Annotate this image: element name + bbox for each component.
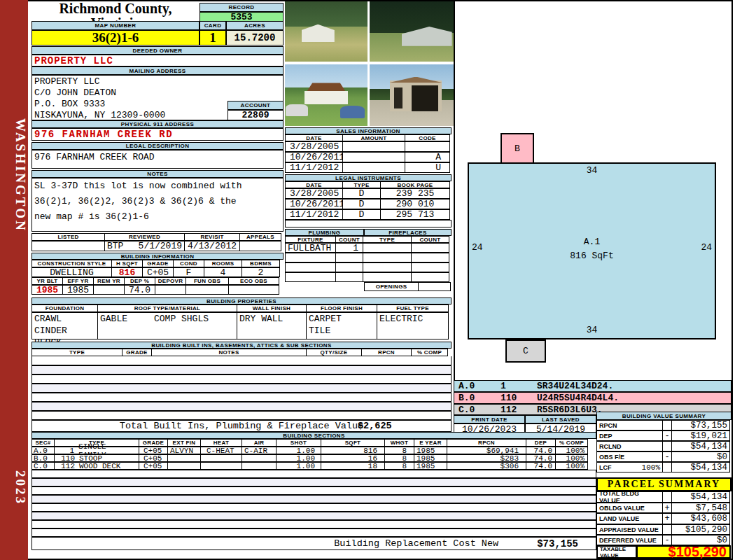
bs-rpcn: $69,941	[447, 447, 526, 454]
bs-air	[241, 462, 276, 470]
ps-op: +	[662, 503, 672, 513]
notes-line: new map # is 36(2)1-6	[34, 209, 283, 225]
built-ins-empty-row	[31, 365, 451, 374]
bvs-op	[662, 441, 672, 451]
sales-code: A	[405, 152, 450, 162]
funobs-header: FUN OBS	[186, 277, 229, 285]
bs-empty-row	[31, 520, 596, 528]
acres-value: 15.7200	[226, 30, 284, 46]
sales-row: 11/1/2012 U	[285, 162, 451, 173]
plumbing-header: PLUMBING	[285, 229, 364, 236]
sketch-c-label: C	[523, 346, 528, 356]
floor-finish-value: CARPET TILE	[306, 312, 377, 340]
fixture-count-value: 1	[335, 243, 363, 253]
appeals-header: APPEALS	[239, 233, 281, 241]
bs-extfin	[167, 454, 201, 462]
sales-date: 11/1/2012	[285, 162, 343, 173]
legal-instrument-row: 11/1/2012 D 295 713	[285, 209, 451, 220]
sales-code	[405, 141, 450, 152]
plumbing-row: FULLBATH 1	[285, 243, 451, 253]
bs-grade: C+05	[139, 454, 168, 462]
parcel-summary-title: PARCEL SUMMARY	[596, 477, 732, 491]
sales-row: 10/26/2011 A	[285, 152, 451, 162]
legend-sec: C.0	[454, 405, 500, 415]
bs-grade: C+05	[139, 447, 168, 454]
fireplace-type-header: TYPE	[363, 236, 412, 243]
built-ins-total-row: Total Built Ins, Plumbing & Fireplace Va…	[31, 420, 451, 432]
legend-code: 112	[500, 405, 537, 415]
legend-trace: R5SR6D3L6U3.	[537, 405, 603, 415]
ps-value: $54,134	[671, 491, 730, 503]
notes-line: 36(2)1, 36(2)2, 36(2)3 & 36(2)6 & the	[34, 194, 283, 209]
bs-empty-row	[31, 470, 596, 478]
property-photo-3[interactable]	[285, 64, 368, 126]
mailing-address-header: MAILING ADDRESS	[31, 66, 284, 75]
built-ins-empty-row	[31, 356, 451, 365]
physical-address-header: PHYSICAL 911 ADDRESS	[31, 120, 284, 128]
replacement-cost-label: Building Replacement Cost New	[334, 538, 498, 549]
sidebar-year: 2023	[0, 463, 28, 512]
taxable-value-amount: $105,290	[636, 545, 731, 559]
hsqft-header: H SQFT	[111, 260, 143, 267]
bvs-value: $73,155	[671, 420, 730, 430]
bs-eyear: 1985	[414, 454, 447, 462]
li-date: 3/28/2005	[285, 188, 343, 199]
card-header: CARD	[200, 21, 226, 30]
bs-sec: C.0	[31, 462, 55, 470]
ps-op	[662, 524, 672, 535]
legend-trace: U24R5SU4R4D4L4.	[537, 393, 619, 403]
bs-rpcn: $306	[447, 462, 526, 470]
bdrms-header: BDRMS	[241, 260, 280, 267]
bs-type: 110STOOP	[54, 454, 139, 462]
sales-row: 3/28/2005	[285, 141, 451, 152]
bs-empty-row	[31, 478, 596, 486]
ps-label: TOTAL BLDG VALUE	[596, 491, 663, 503]
floor-finish-header: FLOOR FINISH	[306, 304, 377, 312]
replacement-cost-row: Building Replacement Cost New $73,155	[31, 537, 596, 550]
deeded-owner-header: DEEDED OWNER	[31, 46, 284, 55]
roof-material: COMP SHGLS	[154, 314, 209, 324]
foundation-header: FOUNDATION	[31, 304, 98, 312]
floor-finish-line: CARPET	[309, 313, 342, 325]
bvs-op: -	[662, 430, 672, 441]
legal-instrument-row: 10/26/2011 D 290 010	[285, 199, 451, 209]
property-photo-4[interactable]	[370, 64, 454, 126]
property-photo-1[interactable]	[285, 1, 368, 62]
built-ins-empty-row	[31, 374, 451, 384]
property-photo-2[interactable]	[370, 1, 454, 62]
bvs-row: RCLND $54,134	[596, 441, 732, 451]
sketch-legend-row-a: A.0 1 SR34U24L34D24.	[454, 380, 732, 392]
bs-shgt: 1.00	[276, 462, 321, 470]
plumbing-row	[285, 272, 451, 282]
bs-extfin	[167, 462, 201, 470]
column-divider	[454, 0, 455, 415]
ps-label: LAND VALUE	[596, 513, 663, 524]
photo3-car-blue	[340, 106, 365, 118]
bs-empty-row	[31, 512, 596, 520]
photo3-car-white	[286, 104, 308, 116]
bs-heat	[200, 454, 242, 462]
fireplace-type-value	[363, 243, 412, 253]
bvs-row: DEP - $19,021	[596, 430, 732, 441]
built-ins-total-label: Total Built Ins, Plumbing & Fireplace Va…	[120, 421, 363, 431]
building-section-row: B.0 110STOOP C+05 1.00 16 8 1985 $283 74…	[31, 454, 596, 462]
bs-heat	[200, 462, 242, 470]
bvs-value: $54,134	[671, 441, 730, 451]
bi-rpcn-header: RPCN	[361, 349, 412, 356]
ps-op: +	[662, 513, 672, 524]
bi-qty-header: QTY/SIZE	[306, 349, 362, 356]
bvs-label: RPCN	[596, 420, 663, 430]
ps-value: $105,290	[671, 524, 730, 535]
li-date-header: DATE	[285, 181, 343, 188]
bs-comp: 100%	[555, 447, 588, 454]
sales-amount-header: AMOUNT	[342, 134, 405, 141]
construction-style-header: CONSTRUCTION STYLE	[31, 260, 112, 267]
bs-comp: 100%	[555, 462, 588, 470]
floor-finish-line: TILE	[309, 325, 330, 337]
bs-shgt: 1.00	[276, 454, 321, 462]
fireplace-count-value	[411, 243, 449, 253]
bvs-label: RCLND	[596, 441, 663, 451]
sketch-section-label: A.1	[469, 237, 715, 247]
bvs-value: $19,021	[671, 430, 730, 441]
bs-air-header: AIR	[241, 439, 276, 447]
